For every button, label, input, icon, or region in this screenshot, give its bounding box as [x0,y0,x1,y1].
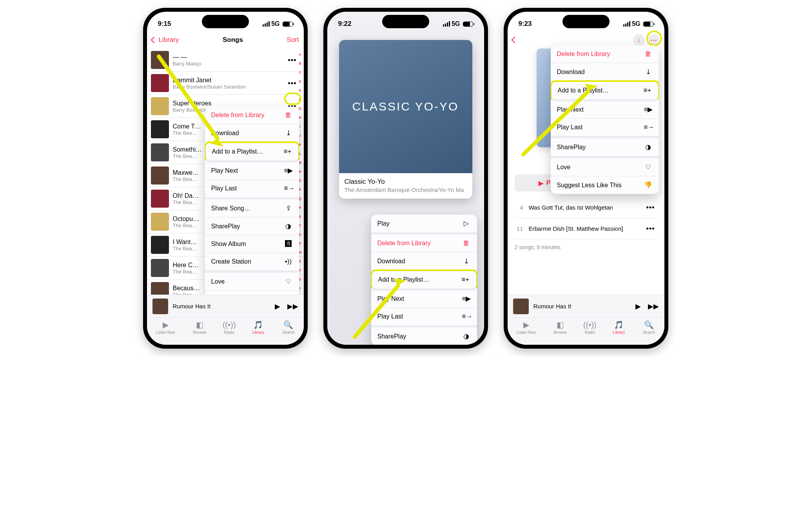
network-label: 5G [452,20,460,27]
network-label: 5G [632,20,640,27]
tab-icon: 🔍 [644,320,654,329]
menu-label: Show Album [211,241,246,248]
index-letter[interactable]: C [298,71,303,74]
play-next-icon: ≡▶ [284,166,293,175]
index-letter[interactable]: B [298,62,303,65]
now-playing-art [152,299,168,314]
signal-icon [443,21,450,27]
play-next-icon: ≡▶ [462,295,471,303]
menu-label: Delete from Library [557,51,610,58]
album-icon: 🅰 [284,240,293,248]
index-letter[interactable]: E [298,89,303,92]
phone-2: 9:22 5G CLASSIC YO-YO Classic Yo-Yo The … [323,8,488,349]
menu-item-play[interactable]: Play▷ [371,215,477,235]
tab-radio[interactable]: ((•))Radio [585,320,595,335]
track-title: Erbarme Dish [St. Matthew Passion] [529,225,639,232]
play-icon[interactable]: ▶ [635,302,641,311]
tab-icon: ((•)) [585,320,595,329]
menu-item-heart[interactable]: Love♡ [205,273,299,291]
album-title: Classic Yo-Yo [345,178,467,186]
tab-browse[interactable]: ◧Browse [554,320,567,335]
now-playing-title: Rumour Has It [533,303,631,309]
album-art [151,259,169,277]
more-button[interactable]: ••• [286,54,299,66]
menu-label: Create Station [211,258,251,265]
tab-icon: 🎵 [254,320,263,329]
trash-icon: 🗑 [644,50,653,58]
more-button[interactable]: ••• [644,202,657,213]
tab-listen-now[interactable]: ▶Listen Now [516,320,535,335]
menu-item-trash[interactable]: Delete from Library🗑 [371,235,477,252]
tab-icon: ((•)) [225,320,234,329]
menu-item-share[interactable]: Share Song…⇪ [205,199,299,217]
now-playing-art [513,299,529,314]
phone-1: 9:15 5G Library Songs Sort — — Barış Man… [143,8,308,349]
tab-listen-now[interactable]: ▶Listen Now [156,320,175,335]
annotation-arrow [515,76,606,162]
tab-label: Radio [224,330,234,335]
index-letter[interactable]: D [298,80,303,83]
heart-icon: ♡ [644,163,653,171]
tab-radio[interactable]: ((•))Radio [224,320,234,335]
more-button[interactable]: ••• [644,223,657,234]
menu-item-play-next[interactable]: Play Next≡▶ [205,162,299,180]
tab-library[interactable]: 🎵Library [252,320,265,335]
status-time: 9:22 [338,20,352,28]
annotation-highlight-more [646,31,662,46]
tab-label: Library [613,330,625,335]
menu-item-play-last[interactable]: Play Last≡→ [205,180,299,199]
shareplay-icon: ◑ [644,143,653,151]
now-playing-bar[interactable]: Rumour Has It ▶ ▶▶ [147,295,304,317]
menu-label: Play Last [211,185,237,192]
back-button[interactable] [512,38,517,42]
nav-bar: Library Songs Sort [147,31,304,49]
menu-item-trash[interactable]: Delete from Library🗑 [551,45,659,63]
back-button[interactable]: Library [152,36,179,44]
menu-item-thumbs-down[interactable]: Suggest Less Like This👎 [205,291,299,295]
station-icon: •)) [284,258,293,266]
sort-button[interactable]: Sort [287,36,299,44]
network-label: 5G [271,20,279,27]
menu-label: Play Next [211,167,238,174]
tab-search[interactable]: 🔍Search [282,320,295,335]
track-title: Was Gott Tut, das Ist Wohlgetan [529,204,639,211]
album-cover: CLASSIC YO-YO [339,40,472,173]
track-row[interactable]: 11Erbarme Dish [St. Matthew Passion]••• [515,218,657,239]
forward-icon[interactable]: ▶▶ [287,302,298,311]
status-time: 9:23 [519,20,532,28]
more-button[interactable]: ••• [286,78,299,89]
menu-label: Download [557,69,585,76]
album-preview-card[interactable]: CLASSIC YO-YO Classic Yo-Yo The Amsterda… [339,40,472,199]
play-icon: ▷ [462,219,471,228]
download-button[interactable]: ↓ [633,34,645,46]
menu-item-thumbs-down[interactable]: Suggest Less Like This👎 [551,176,659,194]
index-letter[interactable]: A [298,52,303,56]
trash-icon: 🗑 [462,239,471,247]
chevron-left-icon [151,37,157,43]
playlist-add-icon: ≡+ [283,148,292,156]
now-playing-bar[interactable]: Rumour Has It ▶ ▶▶ [508,295,664,317]
tab-search[interactable]: 🔍Search [643,320,655,335]
menu-item-shareplay[interactable]: SharePlay◑ [205,217,299,235]
share-icon: ⇪ [284,204,293,212]
shareplay-icon: ◑ [462,332,471,340]
shareplay-icon: ◑ [284,222,293,230]
play-icon[interactable]: ▶ [275,302,280,311]
album-art [151,166,169,185]
play-last-icon: ≡→ [644,123,653,131]
playlist-add-icon: ≡+ [461,276,470,284]
tab-library[interactable]: 🎵Library [613,320,625,335]
menu-item-album[interactable]: Show Album🅰 [205,235,299,253]
tab-bar: ▶Listen Now◧Browse((•))Radio🎵Library🔍Sea… [508,317,664,345]
tab-label: Browse [554,330,567,335]
playlist-add-icon: ≡+ [643,87,652,94]
svg-line-4 [523,92,588,154]
album-art [151,282,169,295]
track-row[interactable]: 4Was Gott Tut, das Ist Wohlgetan••• [515,197,657,218]
chevron-left-icon [511,37,518,43]
index-letter[interactable]: F [298,98,303,101]
tab-browse[interactable]: ◧Browse [193,320,206,335]
forward-icon[interactable]: ▶▶ [648,302,659,311]
menu-item-station[interactable]: Create Station•)) [205,253,299,273]
battery-icon [643,22,653,27]
